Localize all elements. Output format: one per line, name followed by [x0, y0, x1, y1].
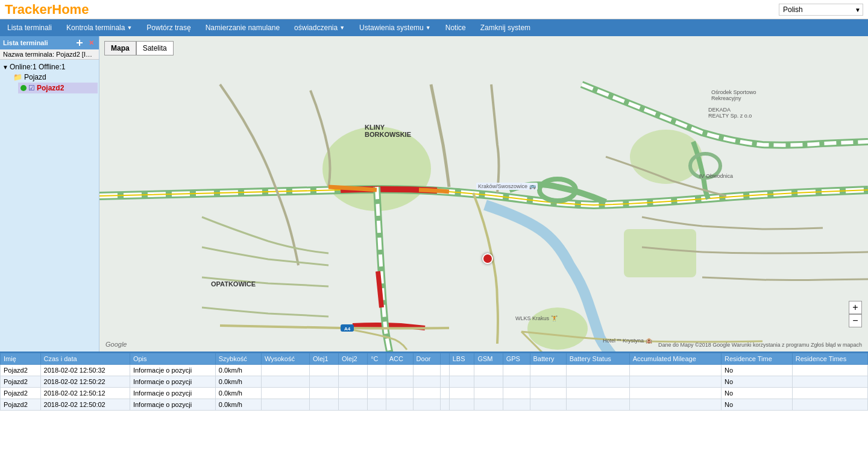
table-cell	[792, 365, 867, 376]
map-type-mapa[interactable]: Mapa	[104, 41, 136, 55]
table-cell: 2018-02-02 12:50:22	[40, 376, 130, 388]
table-cell	[386, 388, 413, 399]
svg-point-5	[630, 130, 702, 184]
table-cell	[441, 399, 449, 411]
table-row: Pojazd22018-02-02 12:50:32Informacje o p…	[1, 365, 868, 376]
table-cell	[261, 365, 309, 376]
table-cell	[368, 376, 386, 388]
table-cell	[530, 399, 566, 411]
col-battery[interactable]: Battery	[530, 353, 566, 365]
col-speed[interactable]: Szybkość	[215, 353, 261, 365]
col-datetime[interactable]: Czas i data	[40, 353, 130, 365]
table-cell: 0.0km/h	[215, 388, 261, 399]
map-container[interactable]: A4 Mapa Satelita KLINYBORKOWSKIE OPATKOW…	[99, 36, 868, 352]
col-gps[interactable]: GPS	[503, 353, 530, 365]
table-cell	[441, 365, 449, 376]
checkbox-icon: ☑	[28, 84, 35, 92]
table-cell	[261, 399, 309, 411]
table-cell	[503, 388, 530, 399]
chevron-down-icon: ▼	[127, 19, 132, 36]
col-oil2[interactable]: Olej2	[339, 353, 368, 365]
tree-folder-label: Pojazd	[24, 73, 46, 81]
table-cell	[309, 376, 338, 388]
table-cell	[449, 388, 474, 399]
table-cell	[792, 376, 867, 388]
table-cell: Informacje o pozycji	[130, 376, 215, 388]
add-icon[interactable]	[75, 38, 84, 48]
table-cell	[629, 365, 721, 376]
table-cell	[368, 399, 386, 411]
nav-zamknij[interactable]: Zamknij system	[473, 19, 538, 36]
tree-item-pojazd2[interactable]: ☑ Pojazd2	[18, 83, 98, 93]
top-bar: TrackerHome Polish English German French	[0, 0, 868, 19]
col-imie[interactable]: Imię	[1, 353, 41, 365]
col-oil1[interactable]: Olej1	[309, 353, 338, 365]
table-cell: 0.0km/h	[215, 399, 261, 411]
data-table: Imię Czas i data Opis Szybkość Wysokość …	[0, 353, 868, 411]
col-altitude[interactable]: Wysokość	[261, 353, 309, 365]
nav-kontrola-terminala[interactable]: Kontrola terminala ▼	[59, 19, 139, 36]
table-cell	[629, 376, 721, 388]
tree-group-online[interactable]: ▼ Online:1 Offline:1	[1, 62, 98, 72]
folder-icon: 📁	[13, 73, 22, 81]
sidebar-header: Lista terminali ✕	[0, 36, 99, 49]
nav-notice[interactable]: Notice	[438, 19, 473, 36]
table-cell	[339, 399, 368, 411]
col-extra[interactable]	[441, 353, 449, 365]
table-cell	[474, 376, 503, 388]
table-cell: 2018-02-02 12:50:12	[40, 388, 130, 399]
col-acc[interactable]: ACC	[386, 353, 413, 365]
nav-bar: Lista terminali Kontrola terminala ▼ Pow…	[0, 19, 868, 36]
table-cell: Informacje o pozycji	[130, 365, 215, 376]
map-background: A4 Mapa Satelita KLINYBORKOWSKIE OPATKOW…	[99, 36, 868, 352]
table-cell	[413, 388, 441, 399]
table-cell	[441, 388, 449, 399]
table-cell	[792, 399, 867, 411]
table-cell	[339, 376, 368, 388]
table-cell	[309, 388, 338, 399]
zoom-out-button[interactable]: −	[849, 314, 862, 327]
col-gsm[interactable]: GSM	[474, 353, 503, 365]
table-cell	[449, 376, 474, 388]
table-cell	[503, 376, 530, 388]
table-cell	[566, 399, 629, 411]
table-cell: No	[721, 388, 792, 399]
terminal-info-text: Nazwa terminala: Pojazd2 [IMEI: 86418003…	[3, 51, 99, 58]
close-icon[interactable]: ✕	[86, 38, 96, 48]
col-opis[interactable]: Opis	[130, 353, 215, 365]
map-type-controls: Mapa Satelita	[104, 41, 174, 55]
nav-lista-terminali[interactable]: Lista terminali	[0, 19, 59, 36]
col-residence-time[interactable]: Residence Time	[721, 353, 792, 365]
data-table-container: Imię Czas i data Opis Szybkość Wysokość …	[0, 352, 868, 454]
tree-folder-pojazd[interactable]: 📁 Pojazd	[11, 72, 98, 83]
table-cell: No	[721, 376, 792, 388]
table-cell	[449, 399, 474, 411]
table-cell	[386, 376, 413, 388]
col-temp[interactable]: °C	[368, 353, 386, 365]
table-cell	[566, 388, 629, 399]
tree-item-label: Pojazd2	[37, 84, 64, 92]
vehicle-marker	[482, 253, 493, 264]
table-cell	[413, 399, 441, 411]
nav-namierzanie[interactable]: Namierzanie namulane	[198, 19, 287, 36]
col-battery-status[interactable]: Battery Status	[566, 353, 629, 365]
table-cell	[474, 399, 503, 411]
nav-ustawienia[interactable]: Ustawienia systemu ▼	[352, 19, 438, 36]
table-cell	[566, 376, 629, 388]
table-cell: Pojazd2	[1, 365, 41, 376]
table-header-row: Imię Czas i data Opis Szybkość Wysokość …	[1, 353, 868, 365]
language-select[interactable]: Polish English German French	[779, 4, 863, 16]
table-cell	[503, 399, 530, 411]
nav-oswiadczenia[interactable]: oświadczenia ▼	[287, 19, 352, 36]
col-lbs[interactable]: LBS	[449, 353, 474, 365]
table-cell	[386, 399, 413, 411]
map-type-satelita[interactable]: Satelita	[136, 41, 174, 55]
table-cell	[368, 365, 386, 376]
tree-group-label: Online:1 Offline:1	[10, 63, 66, 71]
nav-powtorz-trase[interactable]: Powtórz trasę	[139, 19, 198, 36]
col-residence-times[interactable]: Residence Times	[792, 353, 867, 365]
zoom-in-button[interactable]: +	[849, 301, 862, 314]
sidebar-header-icons: ✕	[75, 38, 96, 48]
col-mileage[interactable]: Accumulated Mileage	[629, 353, 721, 365]
col-door[interactable]: Door	[413, 353, 441, 365]
